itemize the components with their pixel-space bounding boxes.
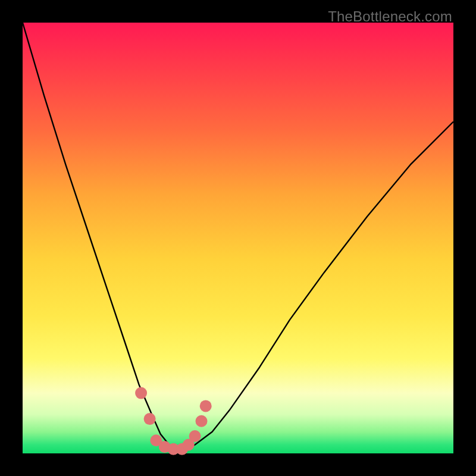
- curve-markers: [135, 387, 212, 455]
- curve-marker: [196, 415, 208, 427]
- curve-marker: [189, 430, 201, 442]
- bottleneck-curve: [23, 23, 453, 449]
- chart-frame: TheBottleneck.com: [0, 0, 476, 476]
- chart-svg: [23, 23, 453, 453]
- curve-marker: [144, 413, 156, 425]
- curve-marker: [200, 400, 212, 412]
- curve-marker: [135, 387, 147, 399]
- bottleneck-curve-path: [23, 23, 453, 449]
